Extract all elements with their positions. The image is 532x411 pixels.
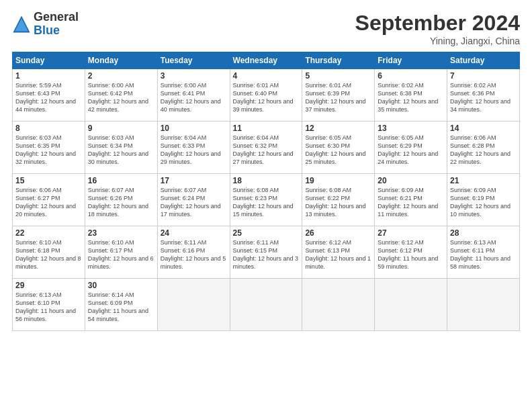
calendar-cell: 16 Sunrise: 6:07 AM Sunset: 6:26 PM Dayl… (85, 174, 157, 226)
month-title: September 2024 (355, 11, 520, 36)
title-block: September 2024 Yining, Jiangxi, China (355, 11, 520, 46)
day-info: Sunrise: 6:02 AM Sunset: 6:38 PM Dayligh… (378, 81, 444, 114)
calendar-cell: 18 Sunrise: 6:08 AM Sunset: 6:23 PM Dayl… (230, 174, 302, 226)
day-info: Sunrise: 6:06 AM Sunset: 6:28 PM Dayligh… (450, 134, 517, 167)
day-info: Sunrise: 6:12 AM Sunset: 6:12 PM Dayligh… (378, 238, 444, 271)
day-number: 11 (233, 124, 300, 133)
day-info: Sunrise: 6:12 AM Sunset: 6:13 PM Dayligh… (305, 238, 371, 271)
day-number: 9 (88, 124, 154, 133)
day-number: 27 (378, 228, 444, 238)
day-number: 15 (15, 176, 82, 185)
col-wednesday: Wednesday (230, 52, 302, 69)
calendar-cell: 7 Sunrise: 6:02 AM Sunset: 6:36 PM Dayli… (447, 69, 520, 122)
calendar-cell (157, 279, 230, 331)
day-number: 8 (15, 124, 82, 133)
day-info: Sunrise: 6:03 AM Sunset: 6:35 PM Dayligh… (15, 134, 82, 167)
calendar-header-row: Sunday Monday Tuesday Wednesday Thursday… (13, 52, 520, 69)
day-number: 10 (161, 124, 227, 133)
calendar-cell: 8 Sunrise: 6:03 AM Sunset: 6:35 PM Dayli… (13, 122, 85, 174)
day-info: Sunrise: 6:03 AM Sunset: 6:34 PM Dayligh… (88, 134, 154, 167)
col-sunday: Sunday (13, 52, 85, 69)
day-number: 21 (450, 176, 517, 185)
day-info: Sunrise: 6:02 AM Sunset: 6:36 PM Dayligh… (450, 81, 517, 114)
calendar-row-4: 22 Sunrise: 6:10 AM Sunset: 6:18 PM Dayl… (13, 226, 520, 279)
col-tuesday: Tuesday (157, 52, 230, 69)
day-info: Sunrise: 6:11 AM Sunset: 6:15 PM Dayligh… (233, 238, 300, 271)
day-info: Sunrise: 6:10 AM Sunset: 6:17 PM Dayligh… (88, 238, 154, 271)
day-info: Sunrise: 6:01 AM Sunset: 6:39 PM Dayligh… (305, 81, 371, 114)
day-info: Sunrise: 6:13 AM Sunset: 6:11 PM Dayligh… (450, 238, 517, 271)
calendar-cell: 20 Sunrise: 6:09 AM Sunset: 6:21 PM Dayl… (375, 174, 447, 226)
day-number: 26 (305, 228, 371, 238)
day-number: 19 (305, 176, 371, 185)
logo-general-text: General (34, 11, 79, 24)
day-number: 25 (233, 228, 300, 238)
day-number: 16 (88, 176, 154, 185)
day-info: Sunrise: 6:05 AM Sunset: 6:30 PM Dayligh… (305, 134, 371, 167)
logo: General Blue (12, 11, 79, 38)
calendar-cell (230, 279, 302, 331)
day-info: Sunrise: 6:08 AM Sunset: 6:23 PM Dayligh… (233, 186, 300, 219)
calendar-row-3: 15 Sunrise: 6:06 AM Sunset: 6:27 PM Dayl… (13, 174, 520, 226)
calendar-cell: 11 Sunrise: 6:04 AM Sunset: 6:32 PM Dayl… (230, 122, 302, 174)
day-number: 24 (161, 228, 227, 238)
calendar-cell: 27 Sunrise: 6:12 AM Sunset: 6:12 PM Dayl… (375, 226, 447, 279)
day-number: 30 (88, 281, 154, 290)
day-info: Sunrise: 6:04 AM Sunset: 6:32 PM Dayligh… (233, 134, 300, 167)
calendar-cell: 12 Sunrise: 6:05 AM Sunset: 6:30 PM Dayl… (302, 122, 375, 174)
day-info: Sunrise: 6:00 AM Sunset: 6:41 PM Dayligh… (161, 81, 227, 114)
day-number: 4 (233, 71, 300, 81)
col-friday: Friday (375, 52, 447, 69)
day-info: Sunrise: 6:07 AM Sunset: 6:24 PM Dayligh… (161, 186, 227, 219)
calendar-cell: 28 Sunrise: 6:13 AM Sunset: 6:11 PM Dayl… (447, 226, 520, 279)
day-number: 18 (233, 176, 300, 185)
day-number: 5 (305, 71, 371, 81)
day-info: Sunrise: 6:13 AM Sunset: 6:10 PM Dayligh… (15, 291, 82, 324)
day-info: Sunrise: 6:10 AM Sunset: 6:18 PM Dayligh… (15, 238, 82, 271)
calendar-cell: 21 Sunrise: 6:09 AM Sunset: 6:19 PM Dayl… (447, 174, 520, 226)
header: General Blue September 2024 Yining, Jian… (12, 11, 520, 46)
day-info: Sunrise: 6:09 AM Sunset: 6:19 PM Dayligh… (450, 186, 517, 219)
day-info: Sunrise: 6:09 AM Sunset: 6:21 PM Dayligh… (378, 186, 444, 219)
calendar-cell: 24 Sunrise: 6:11 AM Sunset: 6:16 PM Dayl… (157, 226, 230, 279)
day-info: Sunrise: 6:06 AM Sunset: 6:27 PM Dayligh… (15, 186, 82, 219)
day-number: 2 (88, 71, 154, 81)
day-info: Sunrise: 6:07 AM Sunset: 6:26 PM Dayligh… (88, 186, 154, 219)
day-info: Sunrise: 6:14 AM Sunset: 6:09 PM Dayligh… (88, 291, 154, 324)
calendar-cell (375, 279, 447, 331)
calendar-cell: 13 Sunrise: 6:05 AM Sunset: 6:29 PM Dayl… (375, 122, 447, 174)
calendar-cell: 6 Sunrise: 6:02 AM Sunset: 6:38 PM Dayli… (375, 69, 447, 122)
day-info: Sunrise: 6:01 AM Sunset: 6:40 PM Dayligh… (233, 81, 300, 114)
calendar-cell: 4 Sunrise: 6:01 AM Sunset: 6:40 PM Dayli… (230, 69, 302, 122)
day-number: 7 (450, 71, 517, 81)
calendar-cell: 22 Sunrise: 6:10 AM Sunset: 6:18 PM Dayl… (13, 226, 85, 279)
logo-text: General Blue (34, 11, 79, 38)
day-number: 14 (450, 124, 517, 133)
calendar-cell: 26 Sunrise: 6:12 AM Sunset: 6:13 PM Dayl… (302, 226, 375, 279)
day-info: Sunrise: 5:59 AM Sunset: 6:43 PM Dayligh… (15, 81, 82, 114)
calendar-cell: 9 Sunrise: 6:03 AM Sunset: 6:34 PM Dayli… (85, 122, 157, 174)
calendar-row-2: 8 Sunrise: 6:03 AM Sunset: 6:35 PM Dayli… (13, 122, 520, 174)
calendar-cell: 17 Sunrise: 6:07 AM Sunset: 6:24 PM Dayl… (157, 174, 230, 226)
logo-blue-text: Blue (34, 24, 79, 38)
page-container: General Blue September 2024 Yining, Jian… (0, 0, 532, 338)
day-number: 12 (305, 124, 371, 133)
calendar-cell: 3 Sunrise: 6:00 AM Sunset: 6:41 PM Dayli… (157, 69, 230, 122)
calendar-table: Sunday Monday Tuesday Wednesday Thursday… (12, 52, 520, 331)
day-info: Sunrise: 6:05 AM Sunset: 6:29 PM Dayligh… (378, 134, 444, 167)
day-number: 22 (15, 228, 82, 238)
calendar-cell: 14 Sunrise: 6:06 AM Sunset: 6:28 PM Dayl… (447, 122, 520, 174)
calendar-cell: 10 Sunrise: 6:04 AM Sunset: 6:33 PM Dayl… (157, 122, 230, 174)
svg-marker-1 (15, 18, 28, 31)
col-monday: Monday (85, 52, 157, 69)
day-info: Sunrise: 6:04 AM Sunset: 6:33 PM Dayligh… (161, 134, 227, 167)
location: Yining, Jiangxi, China (355, 36, 520, 46)
day-number: 17 (161, 176, 227, 185)
calendar-row-1: 1 Sunrise: 5:59 AM Sunset: 6:43 PM Dayli… (13, 69, 520, 122)
col-saturday: Saturday (447, 52, 520, 69)
day-number: 3 (161, 71, 227, 81)
day-number: 28 (450, 228, 517, 238)
day-number: 20 (378, 176, 444, 185)
day-number: 6 (378, 71, 444, 81)
day-number: 13 (378, 124, 444, 133)
